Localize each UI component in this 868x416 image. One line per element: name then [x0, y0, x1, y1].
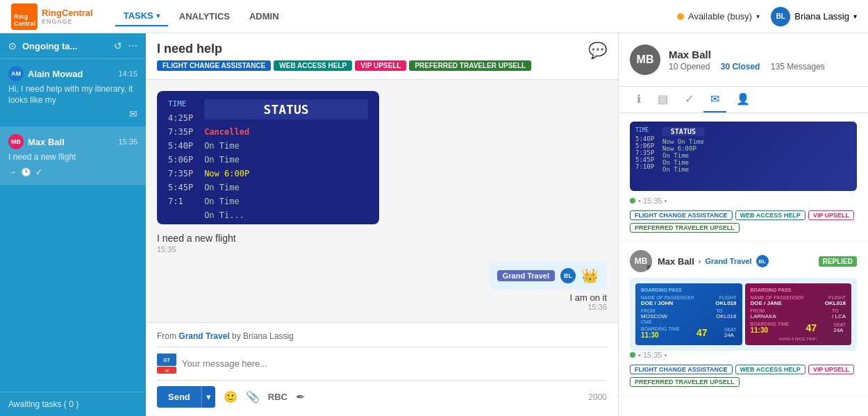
- email-icon: ✉: [129, 108, 137, 119]
- tag-preferred: PREFERRED TRAVELER UPSELL: [409, 60, 531, 71]
- contact-profile: MB Max Ball 10 Opened 30 Closed 135 Mess…: [619, 33, 868, 87]
- conv-card-tags-2: FLIGHT CHANGE ASSISTANCE WEB ACCESS HELP…: [630, 365, 857, 387]
- sidebar: ⊙ Ongoing ta... ↺ ⋯ AM Alain Mowad 14:15…: [0, 33, 146, 416]
- user-avatar: BL: [771, 7, 790, 26]
- flag-icon: 🏴: [645, 265, 652, 272]
- crown-icon: 👑: [581, 267, 599, 284]
- profile-stats: 10 Opened 30 Closed 135 Messages: [669, 62, 857, 72]
- right-panel-tabs: ℹ ▤ ✓ ✉ 👤: [619, 87, 868, 113]
- message-grand-travel-reply: Grand Travel BL 👑 I am on it 15:36: [157, 262, 607, 311]
- avatar: AM: [8, 66, 24, 81]
- main-content: ⊙ Ongoing ta... ↺ ⋯ AM Alain Mowad 14:15…: [0, 33, 868, 416]
- tag-preferred: PREFERRED TRAVELER UPSELL: [630, 223, 740, 233]
- nav-admin[interactable]: ADMIN: [241, 7, 287, 26]
- status-dot: [630, 198, 635, 203]
- channel-badge: Grand Travel: [497, 270, 555, 281]
- tasks-dropdown-icon[interactable]: ▾: [156, 12, 160, 19]
- chat-input-area: From Grand Travel by Briana Lassig GT ✉: [146, 322, 618, 416]
- sidebar-more-icon[interactable]: ⋯: [128, 40, 137, 51]
- emoji-button[interactable]: 🙂: [224, 390, 237, 403]
- tag-web-access: WEB ACCESS HELP: [274, 60, 352, 71]
- grand-travel-logo: GT ✉: [157, 353, 176, 374]
- tab-conversations[interactable]: ▤: [651, 87, 675, 113]
- top-navigation: Ring Central RingCentral ENGAGE TASKS ▾ …: [0, 0, 868, 33]
- flight-board-thumbnail: TIME 5:40P 5:06P 7:35P 5:45P 7:10P STATU…: [630, 122, 857, 191]
- conversation-card: TIME 5:40P 5:06P 7:35P 5:45P 7:10P STATU…: [619, 113, 868, 242]
- tag-preferred-2: PREFERRED TRAVELER UPSELL: [630, 377, 740, 387]
- awaiting-tasks: Awaiting tasks ( 0 ): [0, 392, 146, 416]
- svg-text:Ring: Ring: [14, 13, 28, 20]
- tab-info[interactable]: ℹ: [630, 87, 648, 113]
- card-avatar: MB 🏴: [630, 250, 652, 272]
- list-item[interactable]: MB Max Ball 15:35 I need a new flight → …: [0, 127, 146, 185]
- chat-panel: I need help FLIGHT CHANGE ASSISTANCE WEB…: [146, 33, 618, 416]
- profile-name: Max Ball: [669, 49, 857, 60]
- logo-sub: ENGAGE: [42, 18, 93, 25]
- ongoing-icon: ⊙: [8, 40, 17, 51]
- agent-avatar-small: BL: [756, 255, 769, 267]
- tag-web: WEB ACCESS HELP: [735, 210, 806, 220]
- tag-vip: VIP UPSELL: [808, 210, 854, 220]
- chat-header: I need help FLIGHT CHANGE ASSISTANCE WEB…: [146, 33, 618, 80]
- nav-right: Available (busy) ▾ BL Briana Lassig ▾: [677, 7, 857, 26]
- chat-title: I need help: [157, 42, 531, 56]
- svg-text:Central: Central: [14, 20, 35, 27]
- tab-email[interactable]: ✉: [703, 87, 726, 113]
- tag-vip-2: VIP UPSELL: [808, 365, 854, 374]
- send-dropdown-button[interactable]: ▾: [201, 386, 215, 408]
- message-input[interactable]: [182, 353, 607, 374]
- profile-avatar: MB: [630, 44, 660, 75]
- chat-tags: FLIGHT CHANGE ASSISTANCE WEB ACCESS HELP…: [157, 60, 531, 71]
- ringcentral-logo-icon: Ring Central: [11, 3, 37, 30]
- logo-brand: RingCentral: [42, 8, 93, 18]
- status-dot-2: [630, 352, 635, 358]
- tab-check[interactable]: ✓: [678, 87, 701, 113]
- tag-vip-upsell: VIP UPSELL: [355, 60, 406, 71]
- tag-flight-change: FLIGHT CHANGE ASSISTANCE: [157, 60, 271, 71]
- user-dropdown-icon[interactable]: ▾: [853, 13, 857, 20]
- clock-icon[interactable]: 🕐: [21, 167, 31, 177]
- tag-web-2: WEB ACCESS HELP: [735, 365, 806, 374]
- availability-selector[interactable]: Available (busy) ▾: [677, 11, 760, 22]
- attachment-button[interactable]: 📎: [246, 390, 260, 403]
- flight-board-image: TIME 4:25P 7:35P 5:40P 5:06P 7:35P 5:45P…: [157, 91, 379, 224]
- tab-person[interactable]: 👤: [729, 87, 757, 113]
- boarding-pass-2: BOARDING PASS NAME OF PASSENGER DOE / JA…: [745, 283, 852, 345]
- input-from-label: From Grand Travel by Briana Lassig: [157, 331, 607, 341]
- conversation-list: AM Alain Mowad 14:15 Hi, I need help wit…: [0, 59, 146, 392]
- list-item[interactable]: AM Alain Mowad 14:15 Hi, I need help wit…: [0, 59, 146, 127]
- nav-analytics[interactable]: ANALYTICS: [171, 7, 238, 26]
- boarding-pass-1: BOARDING PASS NAME OF PASSENGER DOE / JO…: [635, 283, 742, 345]
- send-button-group: Send ▾: [157, 386, 215, 408]
- nav-items: TASKS ▾ ANALYTICS ADMIN: [115, 6, 287, 26]
- sidebar-refresh-icon[interactable]: ↺: [114, 40, 122, 51]
- conversation-card: MB 🏴 Max Ball › Grand Travel BL REPLIED: [619, 242, 868, 396]
- agent-avatar: BL: [560, 268, 576, 283]
- format-button[interactable]: RBC: [268, 392, 287, 402]
- messenger-icon[interactable]: 💬: [588, 42, 607, 60]
- sidebar-title: Ongoing ta...: [22, 41, 108, 51]
- char-count: 2000: [588, 392, 607, 402]
- nav-tasks[interactable]: TASKS ▾: [115, 6, 168, 26]
- conv-card-tags: FLIGHT CHANGE ASSISTANCE WEB ACCESS HELP…: [630, 210, 857, 233]
- input-channel-link[interactable]: Grand Travel: [178, 331, 229, 341]
- availability-dot: [677, 13, 684, 20]
- avatar: MB: [8, 134, 24, 149]
- availability-dropdown-icon[interactable]: ▾: [756, 13, 760, 20]
- chat-messages: TIME 4:25P 7:35P 5:40P 5:06P 7:35P 5:45P…: [146, 80, 618, 322]
- input-actions: Send ▾ 🙂 📎 RBC ✒ 2000: [157, 386, 607, 408]
- user-menu[interactable]: BL Briana Lassig ▾: [771, 7, 857, 26]
- replied-badge: REPLIED: [819, 256, 857, 267]
- boarding-pass-image: BOARDING PASS NAME OF PASSENGER DOE / JO…: [630, 278, 857, 351]
- check-icon[interactable]: ✓: [35, 167, 42, 177]
- tag-flight-2: FLIGHT CHANGE ASSISTANCE: [630, 365, 733, 374]
- sidebar-header: ⊙ Ongoing ta... ↺ ⋯: [0, 33, 146, 59]
- app-logo: Ring Central RingCentral ENGAGE: [11, 3, 93, 30]
- signature-button[interactable]: ✒: [296, 390, 305, 403]
- right-panel: MB Max Ball 10 Opened 30 Closed 135 Mess…: [618, 33, 868, 416]
- forward-icon[interactable]: →: [8, 167, 17, 177]
- message-new-flight: I need a new flight 15:35: [157, 233, 607, 253]
- send-button[interactable]: Send: [157, 386, 201, 408]
- tag-flight: FLIGHT CHANGE ASSISTANCE: [630, 210, 733, 220]
